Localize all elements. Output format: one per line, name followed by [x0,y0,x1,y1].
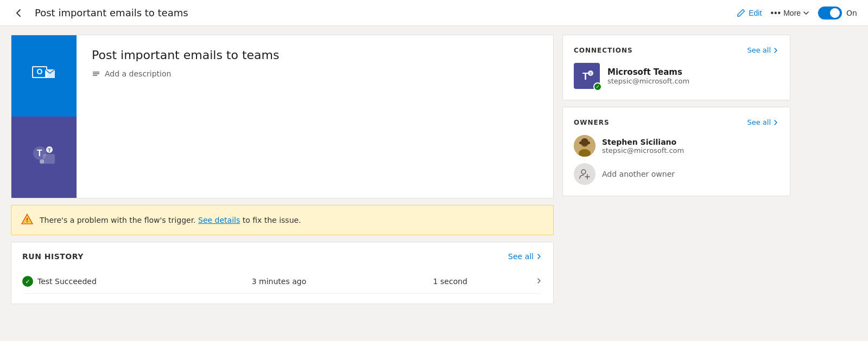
owners-header: OWNERS See all [574,118,779,126]
connections-see-all-label: See all [747,46,771,54]
connections-header: CONNECTIONS See all [574,46,779,54]
teams-icon-box: T T [11,117,77,198]
back-button[interactable] [11,5,26,21]
svg-text:T: T [582,71,588,82]
see-details-link[interactable]: See details [198,216,240,224]
warning-text: There's a problem with the flow's trigge… [40,216,301,224]
run-history-card: RUN HISTORY See all ✓ Test Succeeded 3 m… [11,242,554,304]
top-actions: Edit ••• More On [737,7,857,20]
add-description-label: Add a description [105,69,171,78]
run-duration: 1 second [365,277,536,286]
svg-point-9 [40,159,44,164]
add-owner-button[interactable]: Add another owner [574,163,779,185]
chevron-down-icon [803,10,809,16]
owner-name: Stephen Siciliano [602,138,684,146]
top-bar: Post important emails to teams Edit ••• … [0,0,868,26]
connection-email-value: stepsic@microsoft.com [607,77,689,85]
right-sidebar: CONNECTIONS See all T T [562,35,790,332]
table-row[interactable]: ✓ Test Succeeded 3 minutes ago 1 second [22,269,542,294]
run-status: ✓ Test Succeeded [22,276,193,287]
warning-triangle-icon: ! [21,213,33,227]
toggle-state-label: On [846,9,857,17]
run-history-title: RUN HISTORY [22,252,84,261]
see-all-chevron-icon [536,253,542,260]
svg-text:T: T [48,147,51,153]
left-content: O T T P [11,35,554,332]
add-owner-label: Add another owner [602,170,675,178]
page-title: Post important emails to teams [35,7,728,18]
svg-rect-21 [579,141,590,144]
run-history-header: RUN HISTORY See all [22,252,542,261]
edit-button[interactable]: Edit [737,9,762,17]
success-check-icon: ✓ [22,276,33,287]
outlook-icon-box: O [11,35,77,117]
run-time: 3 minutes ago [193,277,364,286]
add-description-button[interactable]: Add a description [92,69,538,78]
owners-title: OWNERS [574,119,610,126]
owners-card: OWNERS See all [562,107,790,196]
warning-text-before: There's a problem with the flow's trigge… [40,216,196,224]
owner-info: Stephen Siciliano stepsic@microsoft.com [602,138,684,155]
run-status-label: Test Succeeded [37,277,97,286]
teams-connection-icon: T T ✓ [574,63,600,89]
connections-chevron-icon [772,47,779,54]
connection-email: stepsic@microsoft.com [607,77,689,85]
outlook-icon: O [28,60,60,92]
flow-info: Post important emails to teams Add a des… [77,35,553,198]
teams-icon: T T [28,141,60,173]
description-lines-icon [92,69,100,78]
toggle-container: On [818,7,857,20]
owner-email: stepsic@microsoft.com [602,146,684,155]
svg-text:T: T [590,72,592,75]
warning-text-after: to fix the issue. [243,216,301,224]
warning-banner: ! There's a problem with the flow's trig… [11,205,554,235]
svg-text:T: T [37,149,42,158]
edit-label: Edit [749,9,762,17]
avatar [574,135,595,157]
owners-see-all-label: See all [747,118,771,126]
icons-column: O T T [11,35,77,198]
connection-name: Microsoft Teams [607,67,689,77]
more-button[interactable]: ••• More [770,8,809,18]
on-off-toggle[interactable] [818,7,842,20]
owners-chevron-icon [772,119,779,126]
svg-point-22 [581,170,586,174]
connections-see-all[interactable]: See all [747,46,779,54]
svg-text:O: O [37,67,43,76]
connection-item: T T ✓ Microsoft Teams stepsic@microsoft.… [574,63,779,89]
connections-card: CONNECTIONS See all T T [562,35,790,100]
svg-rect-8 [43,154,55,164]
run-history-see-all[interactable]: See all [508,252,542,261]
see-all-label: See all [508,252,534,261]
flow-name: Post important emails to teams [92,48,538,62]
connection-info: Microsoft Teams stepsic@microsoft.com [607,67,689,85]
add-person-icon [574,163,595,185]
more-label: More [783,9,801,17]
more-dots-icon: ••• [770,8,781,18]
flow-card: O T T P [11,35,554,198]
run-row-chevron-icon [536,277,542,286]
svg-text:!: ! [26,217,28,224]
owner-item: Stephen Siciliano stepsic@microsoft.com [574,135,779,157]
connections-title: CONNECTIONS [574,47,633,54]
owners-see-all[interactable]: See all [747,118,779,126]
main-layout: O T T P [0,26,868,341]
